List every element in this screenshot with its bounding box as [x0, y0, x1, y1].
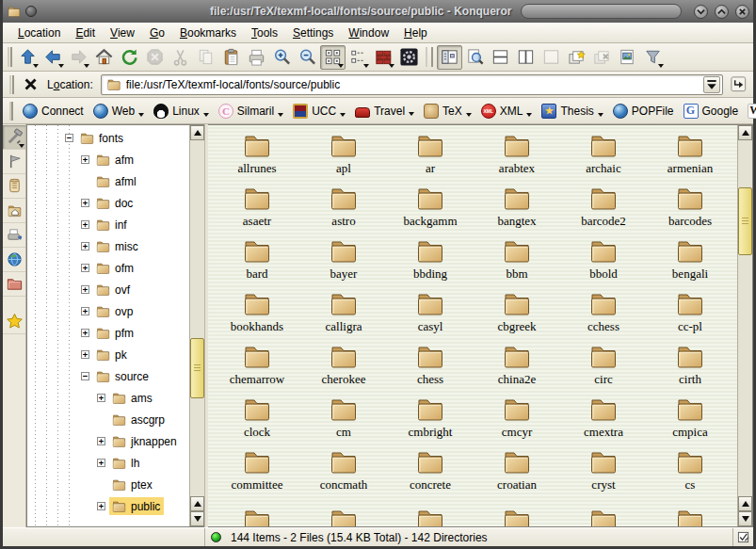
folder-item[interactable]: circ: [560, 342, 647, 395]
folder-item[interactable]: [474, 506, 560, 526]
folder-item[interactable]: croatian: [474, 447, 560, 500]
icon-view-scrollbar-thumb[interactable]: [738, 187, 752, 255]
zoom-in-button[interactable]: [269, 45, 295, 70]
split-view-left-right-button[interactable]: [513, 45, 539, 70]
tree-scrollbar-thumb[interactable]: [190, 338, 204, 398]
folder-item[interactable]: bookhands: [214, 289, 300, 342]
folder-item[interactable]: bayer: [300, 236, 387, 289]
bookmark-item[interactable]: ★ Thesis: [537, 102, 607, 121]
folder-item[interactable]: backgamm: [387, 184, 474, 236]
menu-item[interactable]: Go: [142, 24, 172, 41]
menu-item[interactable]: Settings: [285, 24, 341, 41]
tree-expander[interactable]: [81, 372, 89, 380]
folder-item[interactable]: cchess: [560, 289, 647, 342]
folder-item[interactable]: concrete: [387, 447, 474, 500]
menu-item[interactable]: View: [103, 24, 142, 41]
icon-view-button[interactable]: [320, 45, 346, 70]
folder-item[interactable]: cmpica: [647, 395, 733, 447]
menu-item[interactable]: Window: [341, 24, 396, 41]
folder-item[interactable]: [387, 506, 474, 526]
tree-item[interactable]: afml: [27, 170, 189, 192]
tree-item[interactable]: afm: [27, 149, 189, 170]
folder-item[interactable]: clock: [214, 395, 300, 447]
folder-item[interactable]: cbgreek: [474, 289, 560, 342]
new-tab-button[interactable]: [564, 45, 589, 70]
bookmark-item[interactable]: W Wikipedia: [743, 102, 756, 121]
location-input[interactable]: [126, 78, 703, 91]
folder-item[interactable]: committee: [214, 447, 300, 500]
statusbar-settings-button[interactable]: [732, 528, 753, 546]
tree-expander[interactable]: [81, 242, 89, 250]
toolbar-grip[interactable]: [9, 102, 13, 121]
location-combo[interactable]: [101, 74, 723, 95]
folder-item[interactable]: arabtex: [474, 131, 560, 184]
folder-item[interactable]: [560, 506, 647, 526]
menu-item[interactable]: Help: [396, 24, 435, 41]
folder-item[interactable]: barcode2: [560, 184, 647, 236]
sidebar-tab-configure[interactable]: [3, 125, 25, 150]
copy-button[interactable]: [193, 45, 218, 70]
split-view-top-bottom-button[interactable]: [488, 45, 513, 70]
go-button[interactable]: [727, 73, 749, 97]
tree-item[interactable]: lh: [27, 452, 189, 474]
window-menu-button[interactable]: [25, 6, 37, 17]
folder-item[interactable]: barcodes: [647, 184, 733, 236]
folder-item[interactable]: concmath: [300, 447, 387, 500]
menu-item[interactable]: Bookmarks: [172, 24, 244, 41]
bookmark-item[interactable]: Travel: [350, 103, 419, 120]
paste-button[interactable]: [218, 45, 244, 70]
folder-item[interactable]: ar: [387, 131, 474, 184]
scroll-up-button[interactable]: [738, 125, 752, 140]
tree-item[interactable]: inf: [27, 214, 189, 235]
print-button[interactable]: [244, 45, 269, 70]
menu-item[interactable]: Edit: [68, 24, 103, 41]
tree-expander[interactable]: [97, 502, 105, 510]
bookmark-item[interactable]: Web: [88, 102, 149, 121]
sidebar-tab-services[interactable]: [3, 223, 25, 248]
sidebar-tab-network[interactable]: [3, 248, 25, 272]
tree-item[interactable]: public: [27, 495, 189, 517]
folder-item[interactable]: allrunes: [214, 131, 300, 184]
bookmark-item[interactable]: Linux: [149, 102, 214, 121]
icon-view-scrollbar[interactable]: [737, 125, 752, 526]
tree-expander[interactable]: [81, 329, 89, 337]
folder-item[interactable]: [300, 506, 387, 526]
bricks-view-button[interactable]: [371, 45, 396, 70]
folder-item[interactable]: bard: [214, 236, 300, 289]
folder-item[interactable]: chess: [387, 342, 474, 395]
folder-item[interactable]: bbding: [387, 236, 474, 289]
folder-item[interactable]: cmbright: [387, 395, 474, 447]
tree-item[interactable]: misc: [27, 235, 189, 257]
tree-scrollbar[interactable]: [189, 125, 204, 526]
tree-item[interactable]: pk: [27, 344, 189, 365]
scroll-up-button[interactable]: [190, 125, 204, 140]
zoom-out-button[interactable]: [295, 45, 320, 70]
location-dropdown-button[interactable]: [703, 76, 720, 93]
tree-item[interactable]: pfm: [27, 322, 189, 344]
back-button[interactable]: [40, 45, 66, 70]
folder-item[interactable]: bangtex: [474, 184, 560, 236]
menu-item[interactable]: Location: [10, 24, 68, 41]
bookmark-item[interactable]: TeX: [419, 102, 476, 121]
folder-item[interactable]: cherokee: [300, 342, 387, 395]
stop-button[interactable]: [142, 45, 168, 70]
tree-expander[interactable]: [65, 134, 73, 142]
cut-button[interactable]: [168, 45, 193, 70]
up-button[interactable]: [15, 45, 40, 70]
menu-item[interactable]: Tools: [244, 24, 285, 41]
folder-item[interactable]: apl: [300, 131, 387, 184]
tree-expander[interactable]: [81, 155, 89, 164]
tree-item[interactable]: ovp: [27, 300, 189, 322]
bookmark-item[interactable]: G Google: [679, 102, 744, 121]
tree-item[interactable]: doc: [27, 192, 189, 214]
scroll-down-button[interactable]: [738, 511, 752, 526]
maximize-button[interactable]: [715, 5, 729, 19]
tree-item[interactable]: fonts: [27, 127, 189, 149]
tree-item[interactable]: ascgrp: [27, 409, 189, 430]
folder-item[interactable]: cc-pl: [647, 289, 733, 342]
folder-item[interactable]: asaetr: [214, 184, 300, 236]
list-view-button[interactable]: [346, 45, 371, 70]
folder-item[interactable]: china2e: [474, 342, 560, 395]
tree-item[interactable]: ovf: [27, 279, 189, 300]
tree-expander[interactable]: [97, 459, 105, 467]
